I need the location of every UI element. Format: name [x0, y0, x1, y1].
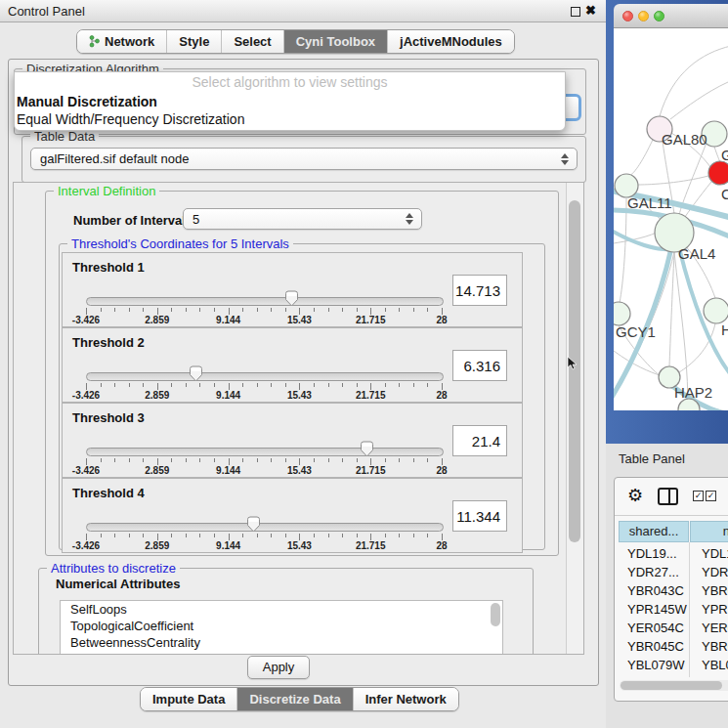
network-edge[interactable]	[714, 147, 720, 162]
network-edge[interactable]	[670, 82, 728, 119]
major-tick	[442, 534, 443, 540]
cell-shared-name[interactable]: YBR043C	[627, 583, 684, 598]
algorithm-option[interactable]: Equal Width/Frequency Discretization	[15, 110, 565, 128]
cell-shared-name[interactable]: YDL19...	[627, 546, 677, 561]
cell-shared-name[interactable]: YLR345W	[627, 676, 685, 677]
tab-impute-data[interactable]: Impute Data	[141, 688, 237, 710]
scrollbar-thumb[interactable]	[621, 681, 722, 690]
network-node[interactable]	[614, 302, 630, 325]
float-icon[interactable]	[571, 7, 580, 17]
table-horizontal-scrollbar[interactable]	[620, 680, 728, 691]
gear-icon[interactable]: ⚙	[627, 486, 643, 505]
threshold-value-field[interactable]: 6.316	[452, 350, 507, 381]
threshold-coordinates-label: Threshold's Coordinates for 5 Intervals	[67, 236, 293, 251]
table-row[interactable]: YLR345WYLR3	[619, 674, 728, 677]
table-row[interactable]: YDR27...YDR2	[619, 563, 728, 581]
cell-name[interactable]: YLR3	[702, 676, 728, 677]
slider-thumb[interactable]	[246, 516, 261, 533]
close-icon[interactable]: ✖	[585, 3, 596, 18]
table-row[interactable]: YER054CYER0	[619, 619, 728, 637]
attributes-group-label: Attributes to discretize	[47, 561, 180, 576]
attribute-list-item[interactable]: BetweennessCentrality	[61, 634, 502, 651]
minor-tick	[186, 534, 187, 537]
cell-name[interactable]: YER0	[702, 621, 728, 635]
scrollbar-thumb[interactable]	[569, 200, 580, 542]
tab-cyni-toolbox[interactable]: Cyni Toolbox	[284, 30, 388, 53]
list-scrollbar[interactable]	[491, 603, 500, 626]
table-row[interactable]: YDL19...YDL1	[619, 544, 728, 563]
panel-scrollbar[interactable]	[566, 183, 583, 654]
tick-label: 2.859	[145, 540, 169, 551]
table-data-combo[interactable]: galFiltered.sif default node	[30, 148, 578, 170]
table-row[interactable]: YBL079WYBL0	[619, 656, 728, 674]
tab-style[interactable]: Style	[167, 30, 222, 53]
number-of-intervals-combo[interactable]: 5	[183, 208, 422, 230]
cell-name[interactable]: YBR0	[702, 639, 728, 654]
slider-track[interactable]	[86, 372, 444, 381]
network-edge[interactable]	[638, 176, 708, 185]
tab-jactivemnodules[interactable]: jActiveMNodules	[388, 30, 514, 53]
checkbox-icon[interactable]: ✓	[693, 491, 704, 501]
slider-thumb[interactable]	[189, 365, 203, 382]
close-button[interactable]	[622, 11, 633, 21]
table-row[interactable]: YBR045CYBR0	[619, 637, 728, 656]
slider-track[interactable]	[86, 523, 444, 532]
minor-tick	[129, 308, 130, 312]
major-tick	[299, 383, 300, 390]
table-row[interactable]: YPR145WYPR1	[619, 600, 728, 619]
slider-track[interactable]	[86, 297, 444, 306]
cell-name[interactable]: YDR2	[702, 565, 728, 579]
cell-name[interactable]: YPR1	[702, 602, 728, 617]
minor-tick	[413, 308, 414, 312]
table-data-label: Table Data	[30, 129, 99, 144]
network-window-titlebar[interactable]	[614, 4, 728, 28]
cell-shared-name[interactable]: YPR145W	[627, 602, 687, 617]
attribute-list-item[interactable]: TopologicalCoefficient	[61, 618, 502, 634]
network-edge[interactable]	[620, 198, 626, 303]
column-header-shared-name[interactable]: shared...	[619, 521, 689, 542]
tab-infer-network[interactable]: Infer Network	[354, 688, 458, 710]
slider-track[interactable]	[86, 448, 444, 456]
tick-label: 21.715	[356, 465, 386, 476]
split-view-icon[interactable]	[658, 488, 678, 505]
major-tick	[299, 458, 300, 465]
threshold-value-field[interactable]: 21.4	[452, 425, 507, 456]
network-node[interactable]	[708, 161, 728, 185]
column-header-name[interactable]: name	[690, 521, 728, 542]
cell-name[interactable]: YBR0	[702, 583, 728, 598]
tab-discretize-data[interactable]: Discretize Data	[237, 688, 353, 710]
network-canvas[interactable]: GAL80GACGAL11GAL4GCY1HHAP2	[614, 28, 728, 410]
network-edge[interactable]	[669, 253, 674, 366]
apply-button[interactable]: Apply	[247, 656, 310, 679]
minor-tick	[328, 383, 329, 387]
cell-shared-name[interactable]: YER054C	[627, 621, 684, 635]
cell-shared-name[interactable]: YDR27...	[627, 565, 679, 579]
node-table-panel: ⚙ ✓ ✓ shared... name YDL19...YDL1YDR27..…	[614, 477, 728, 702]
cell-shared-name[interactable]: YBL079W	[627, 658, 685, 672]
minimize-button[interactable]	[638, 11, 649, 21]
checkbox-icon[interactable]: ✓	[706, 491, 716, 501]
minor-tick	[328, 458, 329, 462]
cell-name[interactable]: YBL0	[702, 658, 728, 672]
tab-network[interactable]: Network	[77, 30, 167, 53]
algorithm-option[interactable]: Manual Discretization	[15, 93, 565, 110]
network-edge[interactable]	[660, 46, 728, 116]
settings-scroll-viewport: Interval Definition Number of Intervals …	[13, 182, 584, 655]
slider-thumb[interactable]	[360, 441, 374, 457]
slider-thumb[interactable]	[284, 290, 299, 307]
network-edge[interactable]	[628, 140, 653, 177]
numerical-attributes-list[interactable]: SelfLoopsTopologicalCoefficientBetweenne…	[60, 600, 503, 655]
table-row[interactable]: YBR043CYBR0	[619, 581, 728, 600]
threshold-panel: Threshold 1-3.4262.8599.14415.4321.71528…	[62, 252, 523, 327]
minor-tick	[271, 308, 272, 312]
cell-shared-name[interactable]: YBR045C	[627, 639, 684, 654]
tab-select[interactable]: Select	[222, 30, 283, 53]
threshold-value-field[interactable]: 11.344	[452, 500, 507, 532]
cell-name[interactable]: YDL1	[702, 546, 728, 561]
threshold-value-field[interactable]: 14.713	[452, 275, 507, 306]
zoom-button[interactable]	[654, 11, 664, 21]
network-node[interactable]	[704, 298, 728, 323]
minor-tick	[399, 308, 400, 312]
attribute-list-item[interactable]: SelfLoops	[61, 601, 502, 618]
minor-tick	[385, 308, 386, 312]
